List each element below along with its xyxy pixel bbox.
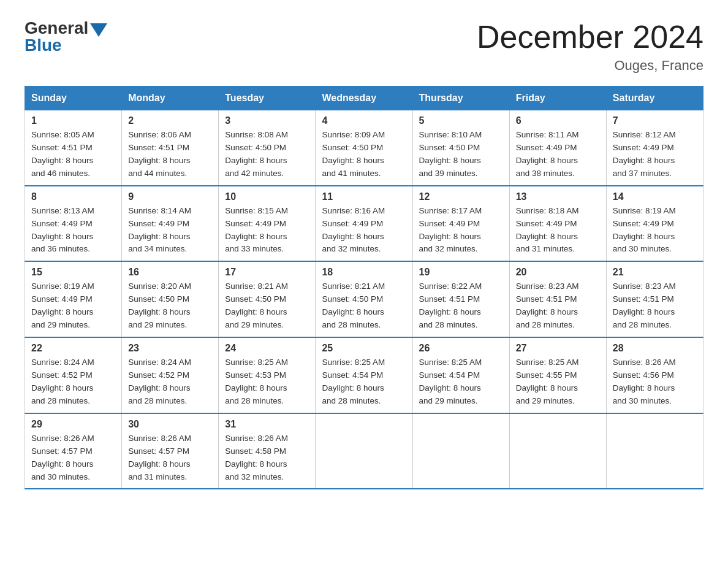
month-title: December 2024: [477, 18, 703, 55]
calendar-cell: 6Sunrise: 8:11 AMSunset: 4:49 PMDaylight…: [509, 110, 606, 186]
col-header-sunday: Sunday: [25, 86, 122, 110]
calendar-week-row: 8Sunrise: 8:13 AMSunset: 4:49 PMDaylight…: [25, 186, 703, 262]
day-info: Sunrise: 8:11 AMSunset: 4:49 PMDaylight:…: [516, 129, 600, 180]
day-number: 30: [128, 419, 212, 430]
day-number: 10: [225, 191, 309, 202]
calendar-cell: 28Sunrise: 8:26 AMSunset: 4:56 PMDayligh…: [606, 337, 703, 413]
day-info: Sunrise: 8:10 AMSunset: 4:50 PMDaylight:…: [419, 129, 503, 180]
day-number: 9: [128, 191, 212, 202]
day-number: 23: [128, 343, 212, 354]
day-number: 14: [613, 191, 697, 202]
calendar-cell: 15Sunrise: 8:19 AMSunset: 4:49 PMDayligh…: [25, 261, 122, 337]
day-info: Sunrise: 8:17 AMSunset: 4:49 PMDaylight:…: [419, 205, 503, 256]
calendar-cell: 20Sunrise: 8:23 AMSunset: 4:51 PMDayligh…: [509, 261, 606, 337]
day-info: Sunrise: 8:25 AMSunset: 4:55 PMDaylight:…: [516, 356, 600, 408]
day-info: Sunrise: 8:21 AMSunset: 4:50 PMDaylight:…: [322, 280, 406, 332]
day-number: 25: [322, 343, 406, 354]
day-info: Sunrise: 8:13 AMSunset: 4:49 PMDaylight:…: [31, 205, 115, 256]
day-info: Sunrise: 8:24 AMSunset: 4:52 PMDaylight:…: [128, 356, 212, 408]
day-info: Sunrise: 8:26 AMSunset: 4:57 PMDaylight:…: [31, 432, 115, 484]
day-number: 26: [419, 343, 503, 354]
day-number: 13: [516, 191, 600, 202]
day-number: 15: [31, 267, 115, 278]
day-number: 29: [31, 419, 115, 430]
location-label: Ouges, France: [477, 58, 703, 74]
calendar-cell: [606, 413, 703, 489]
day-number: 31: [225, 419, 309, 430]
calendar-header-row: SundayMondayTuesdayWednesdayThursdayFrid…: [25, 86, 703, 110]
calendar-cell: 2Sunrise: 8:06 AMSunset: 4:51 PMDaylight…: [122, 110, 219, 186]
calendar-week-row: 29Sunrise: 8:26 AMSunset: 4:57 PMDayligh…: [25, 413, 703, 489]
calendar-cell: 10Sunrise: 8:15 AMSunset: 4:49 PMDayligh…: [219, 186, 316, 262]
logo-blue-text: Blue: [25, 36, 107, 55]
calendar-cell: 16Sunrise: 8:20 AMSunset: 4:50 PMDayligh…: [122, 261, 219, 337]
day-info: Sunrise: 8:19 AMSunset: 4:49 PMDaylight:…: [31, 280, 115, 332]
day-number: 16: [128, 267, 212, 278]
day-number: 19: [419, 267, 503, 278]
calendar-cell: 19Sunrise: 8:22 AMSunset: 4:51 PMDayligh…: [412, 261, 509, 337]
day-info: Sunrise: 8:26 AMSunset: 4:58 PMDaylight:…: [225, 432, 309, 484]
day-number: 4: [322, 115, 406, 126]
day-number: 1: [31, 115, 115, 126]
day-number: 12: [419, 191, 503, 202]
calendar-cell: 25Sunrise: 8:25 AMSunset: 4:54 PMDayligh…: [316, 337, 412, 413]
calendar-cell: 5Sunrise: 8:10 AMSunset: 4:50 PMDaylight…: [412, 110, 509, 186]
day-number: 8: [31, 191, 115, 202]
day-number: 11: [322, 191, 406, 202]
col-header-saturday: Saturday: [606, 86, 703, 110]
col-header-friday: Friday: [509, 86, 606, 110]
day-info: Sunrise: 8:16 AMSunset: 4:49 PMDaylight:…: [322, 205, 406, 256]
calendar-cell: 26Sunrise: 8:25 AMSunset: 4:54 PMDayligh…: [412, 337, 509, 413]
calendar-cell: 12Sunrise: 8:17 AMSunset: 4:49 PMDayligh…: [412, 186, 509, 262]
page-header: General Blue December 2024 Ouges, France: [25, 18, 703, 74]
calendar-cell: 22Sunrise: 8:24 AMSunset: 4:52 PMDayligh…: [25, 337, 122, 413]
calendar-cell: [316, 413, 412, 489]
day-info: Sunrise: 8:24 AMSunset: 4:52 PMDaylight:…: [31, 356, 115, 408]
day-info: Sunrise: 8:20 AMSunset: 4:50 PMDaylight:…: [128, 280, 212, 332]
logo-triangle-icon: [90, 23, 107, 37]
calendar-cell: 18Sunrise: 8:21 AMSunset: 4:50 PMDayligh…: [316, 261, 412, 337]
day-info: Sunrise: 8:12 AMSunset: 4:49 PMDaylight:…: [613, 129, 697, 180]
calendar-week-row: 22Sunrise: 8:24 AMSunset: 4:52 PMDayligh…: [25, 337, 703, 413]
calendar-week-row: 1Sunrise: 8:05 AMSunset: 4:51 PMDaylight…: [25, 110, 703, 186]
calendar-cell: [412, 413, 509, 489]
calendar-cell: 11Sunrise: 8:16 AMSunset: 4:49 PMDayligh…: [316, 186, 412, 262]
calendar-cell: 8Sunrise: 8:13 AMSunset: 4:49 PMDaylight…: [25, 186, 122, 262]
day-info: Sunrise: 8:09 AMSunset: 4:50 PMDaylight:…: [322, 129, 406, 180]
calendar-cell: 7Sunrise: 8:12 AMSunset: 4:49 PMDaylight…: [606, 110, 703, 186]
calendar-cell: 23Sunrise: 8:24 AMSunset: 4:52 PMDayligh…: [122, 337, 219, 413]
day-number: 22: [31, 343, 115, 354]
day-info: Sunrise: 8:14 AMSunset: 4:49 PMDaylight:…: [128, 205, 212, 256]
day-number: 24: [225, 343, 309, 354]
day-number: 6: [516, 115, 600, 126]
col-header-monday: Monday: [122, 86, 219, 110]
day-info: Sunrise: 8:25 AMSunset: 4:54 PMDaylight:…: [419, 356, 503, 408]
day-info: Sunrise: 8:25 AMSunset: 4:53 PMDaylight:…: [225, 356, 309, 408]
day-info: Sunrise: 8:18 AMSunset: 4:49 PMDaylight:…: [516, 205, 600, 256]
day-info: Sunrise: 8:26 AMSunset: 4:56 PMDaylight:…: [613, 356, 697, 408]
day-number: 18: [322, 267, 406, 278]
col-header-wednesday: Wednesday: [316, 86, 412, 110]
day-number: 28: [613, 343, 697, 354]
day-info: Sunrise: 8:08 AMSunset: 4:50 PMDaylight:…: [225, 129, 309, 180]
calendar-cell: 27Sunrise: 8:25 AMSunset: 4:55 PMDayligh…: [509, 337, 606, 413]
col-header-tuesday: Tuesday: [219, 86, 316, 110]
day-info: Sunrise: 8:26 AMSunset: 4:57 PMDaylight:…: [128, 432, 212, 484]
day-info: Sunrise: 8:06 AMSunset: 4:51 PMDaylight:…: [128, 129, 212, 180]
calendar-cell: 31Sunrise: 8:26 AMSunset: 4:58 PMDayligh…: [219, 413, 316, 489]
calendar-cell: [509, 413, 606, 489]
day-number: 20: [516, 267, 600, 278]
day-info: Sunrise: 8:19 AMSunset: 4:49 PMDaylight:…: [613, 205, 697, 256]
calendar-cell: 1Sunrise: 8:05 AMSunset: 4:51 PMDaylight…: [25, 110, 122, 186]
calendar-cell: 29Sunrise: 8:26 AMSunset: 4:57 PMDayligh…: [25, 413, 122, 489]
day-number: 17: [225, 267, 309, 278]
day-number: 7: [613, 115, 697, 126]
day-info: Sunrise: 8:05 AMSunset: 4:51 PMDaylight:…: [31, 129, 115, 180]
calendar-cell: 17Sunrise: 8:21 AMSunset: 4:50 PMDayligh…: [219, 261, 316, 337]
day-info: Sunrise: 8:22 AMSunset: 4:51 PMDaylight:…: [419, 280, 503, 332]
day-info: Sunrise: 8:15 AMSunset: 4:49 PMDaylight:…: [225, 205, 309, 256]
day-number: 5: [419, 115, 503, 126]
calendar-cell: 14Sunrise: 8:19 AMSunset: 4:49 PMDayligh…: [606, 186, 703, 262]
day-number: 2: [128, 115, 212, 126]
calendar-cell: 4Sunrise: 8:09 AMSunset: 4:50 PMDaylight…: [316, 110, 412, 186]
